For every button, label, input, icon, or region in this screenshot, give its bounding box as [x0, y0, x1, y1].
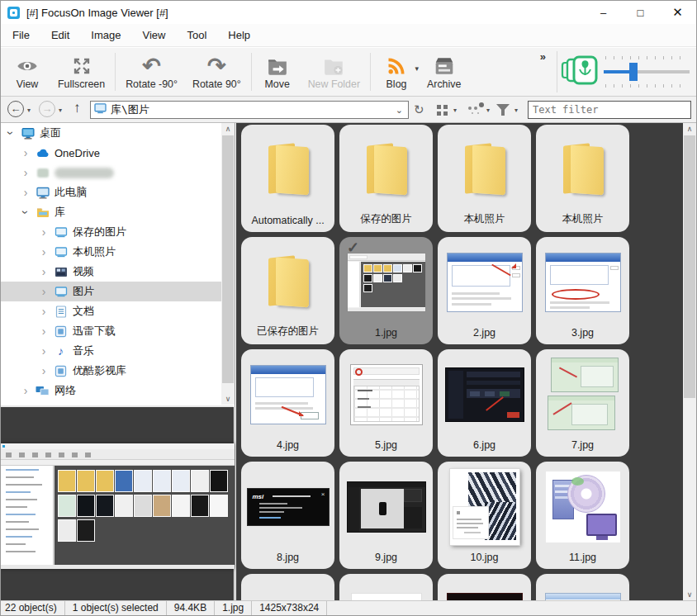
expand-icon[interactable]: ›: [39, 245, 49, 258]
tree-item-库[interactable]: ›库: [1, 202, 221, 222]
location-icon: [94, 102, 107, 117]
blog-button[interactable]: ▾Blog: [373, 50, 420, 93]
scroll-down-icon[interactable]: ∨: [221, 393, 235, 405]
slider-thumb[interactable]: [629, 63, 638, 81]
collapse-icon[interactable]: ›: [4, 128, 17, 138]
refresh-icon[interactable]: ↻: [414, 102, 424, 117]
view-button[interactable]: View: [4, 50, 50, 93]
text-filter-input[interactable]: [528, 101, 691, 119]
menu-view[interactable]: View: [143, 29, 166, 41]
image-tile[interactable]: 6.jpg: [438, 349, 531, 457]
tree-item-音乐[interactable]: ›♪音乐: [1, 341, 221, 361]
image-tile[interactable]: 9.jpg: [339, 462, 433, 569]
tree-item-迅雷下载[interactable]: ›迅雷下载: [1, 321, 221, 341]
menu-help[interactable]: Help: [228, 29, 250, 41]
tree-item-桌面[interactable]: ›桌面: [1, 123, 221, 143]
close-button[interactable]: ✕: [659, 1, 696, 24]
view-mode-icon[interactable]: [437, 105, 441, 109]
move-button[interactable]: Move: [254, 50, 301, 93]
folder-tile[interactable]: 保存的图片: [339, 125, 433, 232]
expand-icon[interactable]: ›: [21, 166, 31, 179]
expand-icon[interactable]: ›: [39, 285, 49, 298]
fullscreen-button[interactable]: Fullscreen: [50, 50, 112, 93]
image-tile[interactable]: 5.jpg: [339, 349, 433, 457]
minimize-button[interactable]: –: [585, 1, 622, 24]
view-mode-caret-icon[interactable]: ▾: [453, 107, 457, 114]
expand-icon[interactable]: ›: [39, 225, 49, 239]
sort-mode-caret-icon[interactable]: ▾: [486, 107, 490, 114]
menu-image[interactable]: Image: [91, 29, 121, 41]
tree-item-redacted[interactable]: ›: [1, 163, 221, 182]
folder-tile[interactable]: Automatically ...: [241, 125, 334, 232]
maximize-button[interactable]: □: [622, 1, 659, 24]
address-dropdown-icon[interactable]: ⌄: [396, 105, 403, 116]
image-tile[interactable]: 4.jpg: [241, 349, 334, 457]
archive-button[interactable]: Archive: [420, 50, 468, 93]
expand-icon[interactable]: ›: [21, 146, 31, 159]
image-tile[interactable]: 2.jpg: [438, 237, 531, 344]
tree-scrollbar[interactable]: ∧ ∨: [221, 123, 235, 405]
scroll-up-icon[interactable]: ∧: [221, 123, 235, 135]
tile-label: 本机照片: [438, 212, 531, 226]
app-logo-icon: [7, 7, 20, 19]
dropdown-caret-icon[interactable]: ▾: [415, 64, 419, 73]
tree-item-本机照片[interactable]: ›本机照片: [1, 242, 221, 262]
tile-label: 7.jpg: [536, 439, 629, 451]
back-button[interactable]: ←: [7, 101, 24, 117]
up-button[interactable]: ↑: [73, 100, 81, 116]
preview-image[interactable]: [1, 443, 235, 569]
preview-pane: [1, 405, 234, 600]
back-history-caret-icon[interactable]: ▾: [27, 107, 31, 114]
tree-item-图片[interactable]: ›图片: [1, 282, 221, 301]
tile-label: Automatically ...: [241, 215, 334, 226]
collapse-icon[interactable]: ›: [19, 207, 32, 217]
expand-icon[interactable]: ›: [21, 186, 31, 199]
folder-tile[interactable]: 本机照片: [438, 125, 531, 232]
toolbar-overflow-button[interactable]: »: [540, 50, 546, 63]
image-tile[interactable]: [339, 574, 433, 600]
expand-icon[interactable]: ›: [39, 344, 49, 358]
tree-item-此电脑[interactable]: ›此电脑: [1, 182, 221, 202]
image-tile[interactable]: 10.jpg: [438, 462, 531, 569]
tree-scrollbar-thumb[interactable]: [222, 135, 234, 383]
menu-tool[interactable]: Tool: [187, 29, 206, 41]
tree-item-OneDrive[interactable]: ›OneDrive: [1, 143, 221, 163]
image-tile[interactable]: [241, 574, 334, 600]
image-tile[interactable]: 11.jpg: [536, 462, 629, 569]
image-tile[interactable]: 3.jpg: [536, 237, 629, 344]
content-scrollbar[interactable]: ∧ ∨: [683, 123, 696, 600]
tree-item-网络[interactable]: ›网络: [1, 381, 221, 400]
menu-edit[interactable]: Edit: [51, 29, 69, 41]
forward-button[interactable]: →: [39, 101, 55, 117]
tree-item-保存的图片[interactable]: ›保存的图片: [1, 222, 221, 242]
expand-icon[interactable]: ›: [39, 364, 49, 377]
filter-icon[interactable]: [496, 104, 510, 111]
image-thumbnail: [241, 354, 334, 435]
image-tile[interactable]: [438, 574, 531, 600]
filter-caret-icon[interactable]: ▾: [514, 107, 518, 114]
image-tile[interactable]: [536, 574, 629, 600]
expand-icon[interactable]: ›: [39, 305, 49, 318]
content-scrollbar-thumb[interactable]: [684, 135, 695, 398]
folder-tile[interactable]: 已保存的图片: [241, 237, 334, 344]
thumbnail-size-slider[interactable]: [604, 54, 690, 90]
sort-mode-icon[interactable]: [468, 107, 472, 110]
image-tile[interactable]: 7.jpg: [536, 349, 629, 457]
expand-icon[interactable]: ›: [21, 384, 31, 397]
tree-item-视频[interactable]: ›视频: [1, 262, 221, 282]
scroll-down-icon[interactable]: ∨: [683, 589, 696, 600]
menu-file[interactable]: File: [12, 29, 30, 41]
expand-icon[interactable]: ›: [39, 265, 49, 278]
image-tile[interactable]: msi×8.jpg: [241, 462, 334, 569]
image-tile[interactable]: ✓1.jpg: [339, 237, 433, 344]
rotate-ccw-button[interactable]: ↶Rotate -90°: [118, 50, 185, 93]
forward-history-caret-icon[interactable]: ▾: [59, 107, 62, 114]
tree-item-优酷影视库[interactable]: ›优酷影视库: [1, 361, 221, 381]
folder-tile[interactable]: 本机照片: [536, 125, 629, 232]
status-cell: 22 object(s): [1, 601, 65, 615]
scroll-up-icon[interactable]: ∧: [683, 123, 696, 135]
rotate-cw-button[interactable]: ↷Rotate 90°: [185, 50, 249, 93]
tree-item-文档[interactable]: ›文档: [1, 301, 221, 321]
address-input[interactable]: 库\图片 ⌄: [90, 101, 409, 119]
expand-icon[interactable]: ›: [39, 325, 49, 338]
